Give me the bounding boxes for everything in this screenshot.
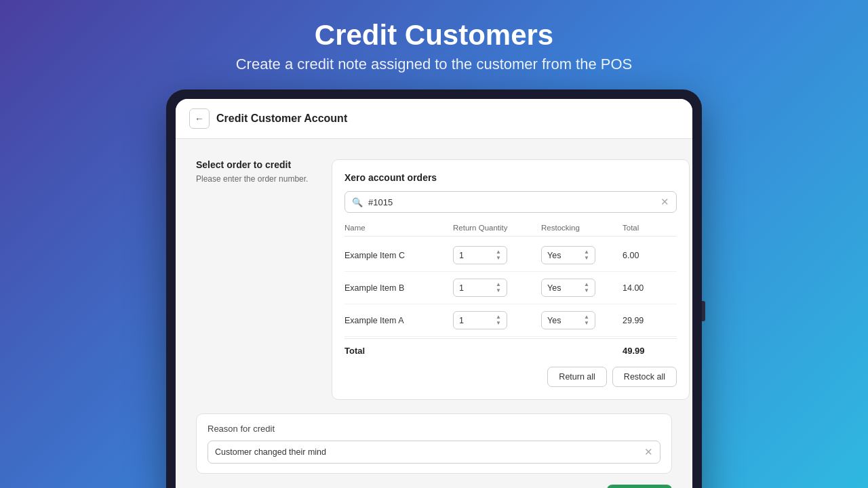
- app-container: ← Credit Customer Account Select order t…: [176, 99, 692, 488]
- qty-select-a[interactable]: 1 ▲▼: [453, 311, 507, 329]
- search-input[interactable]: [368, 197, 655, 207]
- left-panel: Select order to credit Please enter the …: [196, 159, 332, 400]
- qty-arrows-c[interactable]: ▲▼: [496, 249, 501, 261]
- tablet-side-button: [702, 301, 705, 321]
- item-total-b: 14.00: [623, 283, 677, 293]
- item-name-a: Example Item A: [344, 316, 453, 325]
- page-subtitle: Create a credit note assigned to the cus…: [236, 56, 633, 73]
- left-panel-title: Select order to credit: [196, 159, 318, 170]
- restock-value-b: Yes: [547, 283, 561, 293]
- qty-value-a: 1: [459, 316, 464, 325]
- credit-button[interactable]: Credit: [607, 485, 672, 488]
- qty-arrows-a[interactable]: ▲▼: [496, 314, 501, 326]
- return-all-button[interactable]: Return all: [547, 367, 607, 387]
- reason-title: Reason for credit: [208, 424, 660, 434]
- reason-clear-icon[interactable]: ✕: [644, 446, 653, 458]
- header-total: Total: [623, 224, 677, 232]
- restock-select-c[interactable]: Yes ▲▼: [541, 246, 595, 264]
- restock-arrows-c[interactable]: ▲▼: [584, 249, 589, 261]
- app-header: ← Credit Customer Account: [176, 99, 692, 139]
- restock-value-c: Yes: [547, 251, 561, 260]
- app-body: Select order to credit Please enter the …: [176, 139, 692, 413]
- table-header: Name Return Quantity Restocking Total: [344, 224, 677, 237]
- restock-all-button[interactable]: Restock all: [612, 367, 677, 387]
- item-total-c: 6.00: [623, 251, 677, 260]
- restock-select-a[interactable]: Yes ▲▼: [541, 311, 595, 329]
- search-bar: 🔍 ✕: [344, 191, 677, 213]
- tablet-frame: ← Credit Customer Account Select order t…: [166, 89, 702, 488]
- header-restocking: Restocking: [541, 224, 623, 232]
- table-row: Example Item C 1 ▲▼ Yes: [344, 239, 677, 272]
- back-button[interactable]: ←: [189, 108, 210, 129]
- qty-select-c[interactable]: 1 ▲▼: [453, 246, 507, 264]
- reason-input-wrap: ✕: [208, 441, 660, 464]
- page-title: Credit Customers: [315, 19, 553, 52]
- reason-section: Reason for credit ✕: [196, 413, 672, 474]
- item-name-b: Example Item B: [344, 283, 453, 293]
- action-row: Return all Restock all: [344, 367, 677, 387]
- totals-label: Total: [344, 346, 453, 356]
- restock-value-a: Yes: [547, 316, 561, 325]
- reason-input[interactable]: [215, 447, 639, 457]
- item-total-a: 29.99: [623, 316, 677, 325]
- orders-panel: Xero account orders 🔍 ✕ Name Return Quan…: [332, 159, 690, 400]
- item-name-c: Example Item C: [344, 251, 453, 260]
- qty-value-c: 1: [459, 251, 464, 260]
- totals-row: Total 49.99: [344, 338, 677, 360]
- tablet-screen: ← Credit Customer Account Select order t…: [176, 99, 692, 488]
- qty-arrows-b[interactable]: ▲▼: [496, 282, 501, 293]
- totals-value: 49.99: [623, 346, 677, 356]
- left-panel-desc: Please enter the order number.: [196, 174, 318, 184]
- table-row: Example Item A 1 ▲▼ Yes: [344, 304, 677, 337]
- app-header-title: Credit Customer Account: [216, 113, 347, 125]
- table-row: Example Item B 1 ▲▼ Yes: [344, 272, 677, 304]
- search-clear-icon[interactable]: ✕: [660, 196, 669, 208]
- credit-btn-row: Credit: [176, 485, 692, 488]
- restock-select-b[interactable]: Yes ▲▼: [541, 279, 595, 297]
- header-name: Name: [344, 224, 453, 232]
- restock-arrows-a[interactable]: ▲▼: [584, 314, 589, 326]
- orders-section-title: Xero account orders: [344, 172, 677, 183]
- header-qty: Return Quantity: [453, 224, 541, 232]
- restock-arrows-b[interactable]: ▲▼: [584, 282, 589, 293]
- search-icon: 🔍: [352, 197, 363, 207]
- qty-select-b[interactable]: 1 ▲▼: [453, 279, 507, 297]
- qty-value-b: 1: [459, 283, 464, 293]
